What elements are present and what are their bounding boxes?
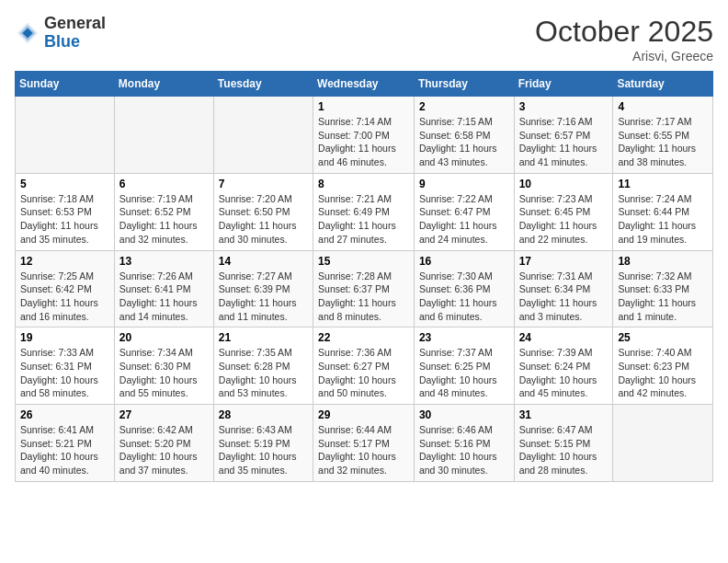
header-day-sunday: Sunday [16,72,115,97]
day-cell: 18Sunrise: 7:32 AMSunset: 6:33 PMDayligh… [613,250,713,327]
header-day-saturday: Saturday [613,72,713,97]
day-cell: 30Sunrise: 6:46 AMSunset: 5:16 PMDayligh… [414,405,514,482]
day-info: Sunrise: 7:22 AMSunset: 6:47 PMDaylight:… [419,192,509,247]
day-number: 5 [20,178,109,190]
day-cell: 4Sunrise: 7:17 AMSunset: 6:55 PMDaylight… [613,97,713,174]
day-number: 25 [618,331,708,344]
day-number: 11 [618,178,708,190]
day-info: Sunrise: 7:21 AMSunset: 6:49 PMDaylight:… [318,192,409,247]
header-day-friday: Friday [514,72,613,97]
logo-text: General Blue [44,15,106,52]
day-cell [613,405,713,482]
day-number: 4 [618,100,708,113]
day-cell: 6Sunrise: 7:19 AMSunset: 6:52 PMDaylight… [114,173,213,250]
page-header: General Blue October 2025 Arisvi, Greece [15,15,713,63]
day-number: 29 [318,408,409,421]
day-info: Sunrise: 6:47 AMSunset: 5:15 PMDaylight:… [519,423,609,477]
day-number: 12 [20,255,109,268]
week-row-2: 5Sunrise: 7:18 AMSunset: 6:53 PMDaylight… [16,173,713,250]
day-info: Sunrise: 7:30 AMSunset: 6:36 PMDaylight:… [419,270,509,324]
day-info: Sunrise: 7:34 AMSunset: 6:30 PMDaylight:… [119,346,209,400]
day-cell: 19Sunrise: 7:33 AMSunset: 6:31 PMDayligh… [16,327,115,405]
day-cell: 17Sunrise: 7:31 AMSunset: 6:34 PMDayligh… [514,250,613,327]
day-number: 30 [419,408,509,421]
day-number: 27 [119,408,209,421]
week-row-3: 12Sunrise: 7:25 AMSunset: 6:42 PMDayligh… [16,250,713,327]
day-number: 15 [318,255,409,268]
day-info: Sunrise: 7:23 AMSunset: 6:45 PMDaylight:… [519,192,609,247]
day-cell: 29Sunrise: 6:44 AMSunset: 5:17 PMDayligh… [313,405,415,482]
day-cell: 23Sunrise: 7:37 AMSunset: 6:25 PMDayligh… [414,327,514,405]
day-number: 31 [519,408,609,421]
day-cell: 13Sunrise: 7:26 AMSunset: 6:41 PMDayligh… [114,250,213,327]
header-day-monday: Monday [114,72,213,97]
day-info: Sunrise: 6:44 AMSunset: 5:17 PMDaylight:… [318,423,409,477]
day-info: Sunrise: 7:28 AMSunset: 6:37 PMDaylight:… [318,270,409,324]
calendar-header: SundayMondayTuesdayWednesdayThursdayFrid… [16,72,713,97]
logo: General Blue [15,15,106,52]
day-number: 13 [119,255,209,268]
header-day-thursday: Thursday [414,72,514,97]
day-info: Sunrise: 6:46 AMSunset: 5:16 PMDaylight:… [419,423,509,477]
day-cell: 10Sunrise: 7:23 AMSunset: 6:45 PMDayligh… [514,173,613,250]
day-cell: 3Sunrise: 7:16 AMSunset: 6:57 PMDaylight… [514,97,613,174]
day-info: Sunrise: 7:40 AMSunset: 6:23 PMDaylight:… [618,346,708,400]
day-number: 7 [219,178,308,190]
day-cell: 2Sunrise: 7:15 AMSunset: 6:58 PMDaylight… [414,97,514,174]
day-cell: 27Sunrise: 6:42 AMSunset: 5:20 PMDayligh… [114,405,213,482]
calendar-subtitle: Arisvi, Greece [535,49,713,63]
day-cell: 15Sunrise: 7:28 AMSunset: 6:37 PMDayligh… [313,250,415,327]
day-cell: 7Sunrise: 7:20 AMSunset: 6:50 PMDaylight… [213,173,313,250]
day-info: Sunrise: 6:43 AMSunset: 5:19 PMDaylight:… [219,423,308,477]
day-number: 26 [20,408,109,421]
logo-icon [15,20,40,46]
day-cell: 21Sunrise: 7:35 AMSunset: 6:28 PMDayligh… [213,327,313,405]
day-info: Sunrise: 7:35 AMSunset: 6:28 PMDaylight:… [219,346,308,400]
day-number: 1 [318,100,409,113]
day-number: 17 [519,255,609,268]
day-number: 3 [519,100,609,113]
day-cell: 14Sunrise: 7:27 AMSunset: 6:39 PMDayligh… [213,250,313,327]
day-cell: 26Sunrise: 6:41 AMSunset: 5:21 PMDayligh… [16,405,115,482]
week-row-4: 19Sunrise: 7:33 AMSunset: 6:31 PMDayligh… [16,327,713,405]
calendar-body: 1Sunrise: 7:14 AMSunset: 7:00 PMDaylight… [16,97,713,482]
day-info: Sunrise: 7:31 AMSunset: 6:34 PMDaylight:… [519,270,609,324]
day-number: 8 [318,178,409,190]
day-number: 18 [618,255,708,268]
day-info: Sunrise: 7:27 AMSunset: 6:39 PMDaylight:… [219,270,308,324]
header-row: SundayMondayTuesdayWednesdayThursdayFrid… [16,72,713,97]
day-cell [213,97,313,174]
week-row-1: 1Sunrise: 7:14 AMSunset: 7:00 PMDaylight… [16,97,713,174]
day-info: Sunrise: 7:25 AMSunset: 6:42 PMDaylight:… [20,270,109,324]
day-info: Sunrise: 7:36 AMSunset: 6:27 PMDaylight:… [318,346,409,400]
day-cell [114,97,213,174]
day-info: Sunrise: 7:32 AMSunset: 6:33 PMDaylight:… [618,270,708,324]
day-number: 6 [119,178,209,190]
day-number: 2 [419,100,509,113]
day-number: 14 [219,255,308,268]
day-info: Sunrise: 7:19 AMSunset: 6:52 PMDaylight:… [119,192,209,247]
logo-general-text: General [44,15,106,33]
title-area: October 2025 Arisvi, Greece [535,15,713,63]
day-info: Sunrise: 7:33 AMSunset: 6:31 PMDaylight:… [20,346,109,400]
day-cell: 24Sunrise: 7:39 AMSunset: 6:24 PMDayligh… [514,327,613,405]
day-cell [16,97,115,174]
week-row-5: 26Sunrise: 6:41 AMSunset: 5:21 PMDayligh… [16,405,713,482]
day-number: 19 [20,331,109,344]
day-cell: 16Sunrise: 7:30 AMSunset: 6:36 PMDayligh… [414,250,514,327]
logo-blue-text: Blue [44,33,106,52]
day-number: 28 [219,408,308,421]
day-number: 16 [419,255,509,268]
day-info: Sunrise: 7:17 AMSunset: 6:55 PMDaylight:… [618,115,708,169]
calendar-table: SundayMondayTuesdayWednesdayThursdayFrid… [15,71,713,482]
day-info: Sunrise: 7:15 AMSunset: 6:58 PMDaylight:… [419,115,509,169]
day-cell: 20Sunrise: 7:34 AMSunset: 6:30 PMDayligh… [114,327,213,405]
calendar-title: October 2025 [535,15,713,49]
day-cell: 8Sunrise: 7:21 AMSunset: 6:49 PMDaylight… [313,173,415,250]
day-info: Sunrise: 7:18 AMSunset: 6:53 PMDaylight:… [20,192,109,247]
day-info: Sunrise: 6:42 AMSunset: 5:20 PMDaylight:… [119,423,209,477]
day-cell: 22Sunrise: 7:36 AMSunset: 6:27 PMDayligh… [313,327,415,405]
day-info: Sunrise: 7:16 AMSunset: 6:57 PMDaylight:… [519,115,609,169]
day-cell: 12Sunrise: 7:25 AMSunset: 6:42 PMDayligh… [16,250,115,327]
day-number: 10 [519,178,609,190]
